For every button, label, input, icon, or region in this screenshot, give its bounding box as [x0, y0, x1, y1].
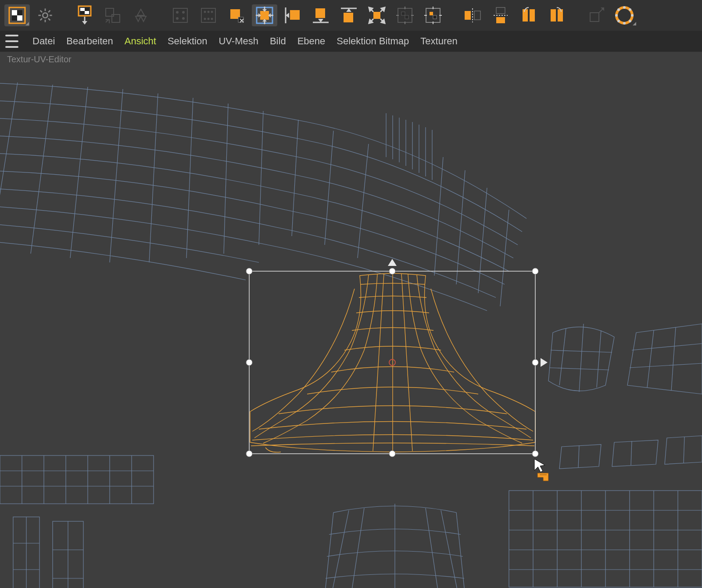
tool-pack-b[interactable] — [420, 4, 446, 26]
svg-rect-84 — [496, 7, 505, 14]
tool-ring[interactable] — [612, 4, 637, 26]
menu-ansicht[interactable]: Ansicht — [125, 36, 156, 47]
svg-point-151 — [246, 451, 252, 457]
menu-bearbeiten[interactable]: Bearbeiten — [66, 36, 113, 47]
submenu-indicator-icon — [25, 22, 29, 25]
svg-marker-154 — [534, 459, 545, 472]
tool-mirror-v[interactable] — [488, 4, 513, 26]
svg-rect-1 — [12, 10, 17, 15]
svg-rect-81 — [465, 11, 471, 20]
svg-point-96 — [623, 22, 626, 25]
svg-rect-16 — [85, 8, 89, 11]
svg-point-102 — [629, 20, 631, 22]
svg-rect-89 — [551, 9, 556, 22]
tool-recycle-disabled — [128, 4, 154, 26]
menu-datei[interactable]: Datei — [32, 36, 55, 47]
svg-point-98 — [631, 14, 634, 17]
tool-pack-a[interactable] — [392, 4, 418, 26]
tool-export-disabled — [584, 4, 609, 26]
tool-mirror-h[interactable] — [460, 4, 485, 26]
tool-rotate-cw[interactable] — [544, 4, 569, 26]
svg-line-131 — [684, 437, 684, 463]
axis-arrow-right-icon[interactable] — [541, 358, 548, 367]
svg-point-25 — [182, 11, 185, 14]
svg-marker-20 — [82, 21, 87, 25]
svg-rect-49 — [290, 10, 300, 20]
svg-point-100 — [629, 8, 631, 11]
svg-line-130 — [631, 441, 632, 465]
svg-rect-21 — [106, 8, 114, 16]
svg-line-120 — [559, 328, 566, 385]
svg-rect-15 — [80, 8, 85, 11]
svg-line-128 — [630, 363, 702, 368]
svg-rect-145 — [249, 271, 535, 454]
svg-line-127 — [632, 344, 702, 350]
svg-rect-103 — [0, 455, 154, 504]
toolbar — [0, 0, 702, 31]
tool-uv-down[interactable] — [72, 4, 97, 26]
tool-fit-down[interactable] — [308, 4, 333, 26]
menu-selektion-bitmap[interactable]: Selektion Bitmap — [337, 36, 409, 47]
menu-bild[interactable]: Bild — [270, 36, 286, 47]
uv-canvas-svg — [0, 69, 702, 588]
hamburger-icon[interactable] — [5, 35, 18, 48]
svg-rect-17 — [80, 11, 85, 14]
svg-line-13 — [48, 11, 50, 12]
svg-point-31 — [211, 11, 213, 13]
uv-canvas[interactable] — [0, 69, 702, 588]
svg-line-126 — [671, 327, 676, 391]
submenu-indicator-icon — [633, 22, 636, 25]
menu-selektion[interactable]: Selektion — [168, 36, 208, 47]
tool-grid-b-disabled — [196, 4, 221, 26]
svg-rect-87 — [523, 9, 528, 22]
axis-arrow-up-icon[interactable] — [388, 259, 397, 266]
svg-rect-55 — [344, 13, 353, 22]
tool-uv-checker[interactable] — [4, 4, 30, 26]
tool-fit-x[interactable] — [224, 4, 249, 26]
svg-rect-91 — [590, 13, 599, 22]
svg-point-152 — [389, 451, 395, 457]
svg-rect-85 — [496, 17, 505, 23]
svg-point-24 — [176, 11, 179, 14]
selection-bbox[interactable] — [246, 259, 548, 457]
svg-rect-2 — [17, 10, 22, 15]
svg-rect-82 — [474, 11, 480, 20]
menu-bar: Datei Bearbeiten Ansicht Selektion UV-Me… — [0, 31, 702, 52]
tool-fit-up[interactable] — [336, 4, 362, 26]
tool-fit-frame[interactable] — [252, 4, 277, 26]
svg-point-146 — [246, 268, 252, 274]
tool-grid-a-disabled — [168, 4, 193, 26]
svg-line-124 — [549, 368, 609, 370]
svg-rect-18 — [85, 11, 89, 14]
svg-point-34 — [211, 18, 213, 20]
tool-fit-left[interactable] — [280, 4, 305, 26]
svg-rect-58 — [373, 12, 380, 19]
menu-uv-mesh[interactable]: UV-Mesh — [218, 36, 258, 47]
tool-spread[interactable] — [364, 4, 390, 26]
svg-line-12 — [40, 18, 42, 20]
svg-point-5 — [43, 13, 47, 18]
scale-tool-icon — [537, 473, 548, 481]
svg-point-33 — [208, 18, 210, 20]
svg-line-123 — [551, 350, 612, 352]
svg-point-150 — [532, 359, 538, 366]
pivot-icon[interactable] — [389, 359, 395, 366]
svg-rect-4 — [17, 15, 22, 21]
svg-line-121 — [579, 324, 584, 392]
tool-rotate-ccw[interactable] — [516, 4, 541, 26]
menu-ebene[interactable]: Ebene — [297, 36, 326, 47]
svg-rect-52 — [315, 8, 325, 18]
svg-point-27 — [182, 17, 185, 20]
svg-point-147 — [389, 268, 395, 274]
svg-point-101 — [617, 20, 620, 22]
svg-rect-68 — [401, 12, 405, 15]
tool-settings[interactable] — [32, 4, 58, 26]
svg-point-97 — [615, 14, 618, 17]
tool-swap-disabled — [100, 4, 125, 26]
svg-line-122 — [597, 330, 601, 387]
svg-rect-75 — [430, 12, 433, 15]
svg-point-149 — [246, 359, 252, 366]
menu-texturen[interactable]: Texturen — [420, 36, 457, 47]
breadcrumb: Textur-UV-Editor — [0, 52, 702, 67]
svg-rect-23 — [173, 8, 187, 22]
